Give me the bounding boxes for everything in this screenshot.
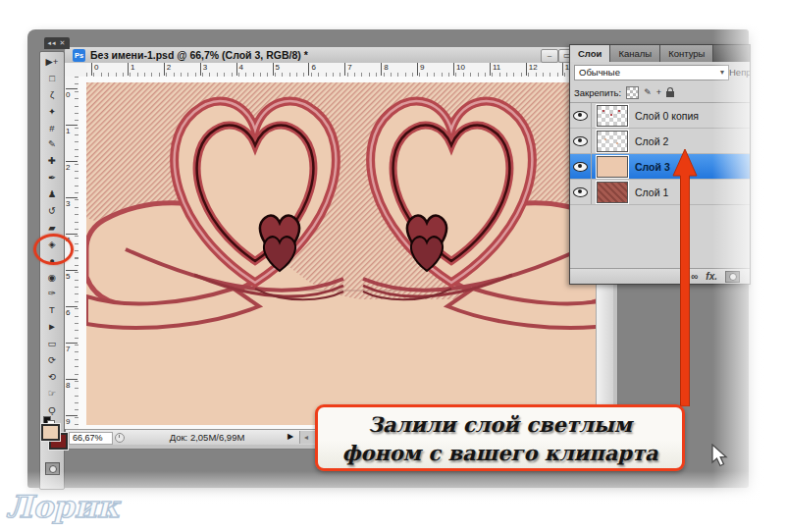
minimize-button[interactable]: –: [541, 49, 558, 63]
page: Ps Без имени-1.psd @ 66,7% (Слой 3, RGB/…: [0, 0, 785, 532]
annotation-line-1: Залили слой светлым: [318, 410, 682, 439]
v-ruler-number: 2: [66, 161, 78, 172]
quick-mask-icon[interactable]: [45, 462, 60, 475]
h-ruler-number: 7: [344, 63, 351, 76]
move-tool[interactable]: ▶+: [40, 54, 64, 71]
layer-thumbnail[interactable]: [597, 182, 628, 203]
orbit-3d-tool[interactable]: ⟲: [40, 369, 64, 386]
paint-bucket-highlight-circle: [33, 234, 74, 265]
h-ruler-number: 8: [381, 63, 388, 76]
panel-tab[interactable]: Каналы: [610, 45, 660, 62]
close-icon[interactable]: ✕: [60, 39, 67, 46]
mouse-cursor: [711, 444, 731, 469]
layer-style-icon[interactable]: fx.: [706, 270, 717, 284]
history-brush-tool[interactable]: ↺: [40, 203, 64, 220]
lock-label: Закрепить:: [574, 87, 621, 98]
annotation-box: Залили слой светлым фоном с вашего клипа…: [315, 404, 685, 471]
crop-tool[interactable]: #: [40, 121, 64, 137]
h-ruler-number: 2: [164, 63, 171, 76]
eye-icon: [573, 162, 588, 172]
visibility-toggle[interactable]: [570, 154, 592, 179]
v-ruler-number: 5: [66, 270, 78, 281]
h-ruler-number: 3: [200, 63, 207, 76]
rect-marquee-tool[interactable]: □: [40, 71, 64, 87]
h-ruler-number: 6: [308, 63, 315, 76]
panel-tab[interactable]: Контуры: [660, 45, 713, 62]
Слой 0 копия[interactable]: Слой 0 копия: [570, 103, 750, 129]
healing-brush-tool[interactable]: ✚: [40, 153, 64, 170]
blend-mode-select[interactable]: Обычные ▾: [574, 65, 729, 80]
Слой 2[interactable]: Слой 2: [570, 129, 750, 154]
layer-thumbnail[interactable]: [597, 131, 628, 152]
dodge-tool[interactable]: ◉: [40, 270, 64, 287]
lock-position-icon[interactable]: +: [656, 86, 661, 98]
h-ruler-number: 4: [236, 63, 243, 76]
type-tool[interactable]: T: [40, 302, 64, 319]
pen-tool[interactable]: ✑: [40, 286, 64, 302]
magic-wand-tool[interactable]: ✦: [40, 104, 64, 121]
h-ruler-number: 5: [273, 63, 280, 76]
h-ruler-number: 1: [128, 63, 134, 76]
annotation-line-2: фоном с вашего клипарта: [318, 439, 682, 467]
eyedropper-tool[interactable]: ✎: [40, 136, 64, 153]
photoshop-icon: Ps: [73, 49, 85, 62]
h-ruler-number: 0: [91, 63, 98, 76]
document-titlebar[interactable]: Ps Без имени-1.psd @ 66,7% (Слой 3, RGB/…: [65, 47, 616, 64]
status-menu-arrow-icon[interactable]: ▶: [288, 432, 293, 441]
zoom-level-field[interactable]: 66,67%: [69, 432, 113, 445]
v-ruler-number: 0: [66, 88, 78, 99]
toolbar-collapse-header[interactable]: ◂◂ ✕: [44, 37, 70, 49]
h-ruler-number: 9: [417, 63, 424, 76]
layer-mask-icon[interactable]: [725, 271, 740, 283]
layer-list: Слой 0 копия Слой 2 Слой 3 Слой 1: [570, 102, 750, 205]
v-ruler-number: 1: [66, 125, 78, 135]
chevron-down-icon: ▾: [720, 66, 724, 80]
Слой 3[interactable]: Слой 3: [570, 154, 750, 180]
lasso-tool[interactable]: ζ: [40, 87, 64, 104]
horizontal-ruler: 012345678910111213: [86, 63, 616, 78]
hand-tool[interactable]: ☞: [40, 386, 64, 402]
rotate-3d-tool[interactable]: ⟳: [40, 352, 64, 369]
v-ruler-number: 7: [66, 343, 78, 353]
layers-panel: Слои Каналы Контуры Обычные ▾ Непр Закре…: [569, 44, 751, 285]
h-ruler-number: 12: [526, 63, 538, 76]
v-ruler-number: 3: [66, 197, 78, 208]
visibility-toggle[interactable]: [570, 180, 592, 204]
watermark: Лорик: [6, 489, 119, 524]
clone-stamp-tool[interactable]: ♟: [40, 186, 64, 203]
canvas-artwork[interactable]: [86, 82, 596, 425]
annotation-arrow: [670, 149, 700, 406]
brush-tool[interactable]: ✒: [40, 170, 64, 186]
eye-icon: [573, 187, 588, 197]
foreground-color-swatch[interactable]: [41, 424, 60, 441]
document-title: Без имени-1.psd @ 66,7% (Слой 3, RGB/8) …: [90, 47, 308, 63]
v-ruler-number: 9: [66, 415, 78, 426]
lock-transparency-icon[interactable]: [626, 86, 639, 99]
panel-tab[interactable]: Слои: [570, 45, 610, 62]
layer-thumbnail[interactable]: [597, 105, 628, 127]
lock-all-icon[interactable]: [666, 91, 674, 97]
document-size-readout: Док: 2,05M/6,99M: [129, 432, 286, 443]
panel-tab-bar: Слои Каналы Контуры: [570, 45, 750, 62]
shape-tool[interactable]: ▭: [40, 336, 64, 352]
layers-panel-footer: ∞fx.: [570, 268, 750, 284]
h-ruler-number: 10: [453, 63, 465, 76]
lock-row: Закрепить: ✎+: [574, 84, 674, 100]
visibility-toggle[interactable]: [570, 103, 592, 128]
visibility-toggle[interactable]: [570, 129, 592, 153]
ruler-corner: [65, 63, 87, 78]
v-ruler-number: 6: [66, 306, 78, 317]
eye-icon: [573, 111, 588, 121]
blend-mode-row: Обычные ▾ Непр: [570, 62, 750, 82]
v-ruler-number: 8: [66, 379, 78, 390]
clock-icon: [115, 433, 125, 443]
eye-icon: [573, 136, 588, 146]
collapse-icon[interactable]: ◂◂: [48, 39, 57, 46]
Слой 1[interactable]: Слой 1: [570, 180, 750, 205]
lock-paint-icon[interactable]: ✎: [644, 86, 652, 98]
tools-panel: ▶+□ζ✦#✎✚✒♟↺▰◈●◉✑T►▭⟳⟲☞Ǫ: [39, 51, 65, 490]
h-ruler-number: 11: [490, 63, 500, 76]
path-select-tool[interactable]: ►: [40, 319, 64, 336]
default-colors-icon[interactable]: [43, 416, 51, 424]
layer-thumbnail[interactable]: [597, 156, 628, 178]
